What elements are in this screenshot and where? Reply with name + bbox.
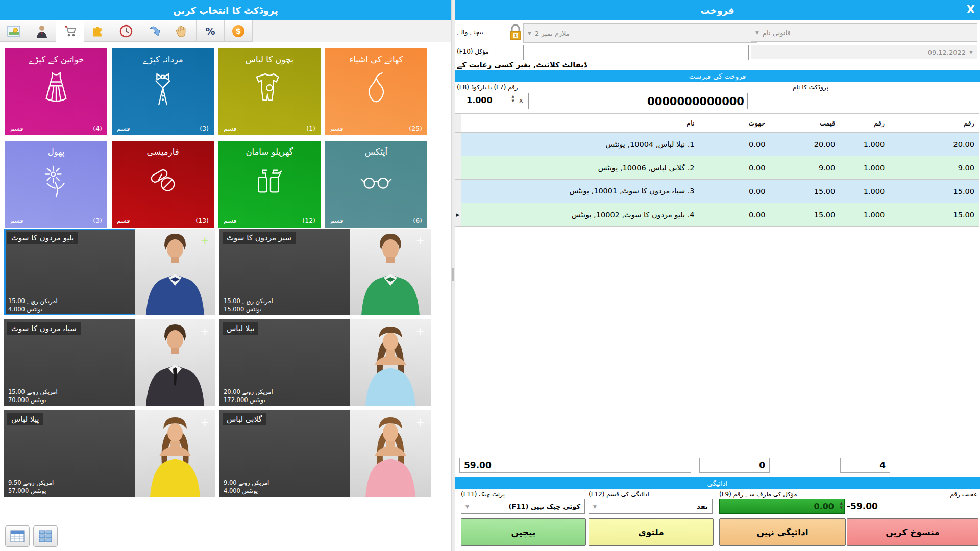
add-product-icon[interactable]: + bbox=[200, 236, 209, 246]
spinner-up-icon[interactable]: ▲ bbox=[512, 95, 514, 98]
customers-tab-button[interactable] bbox=[28, 20, 56, 42]
cell-qty: 1.000 bbox=[840, 156, 890, 179]
tuxedo-icon bbox=[147, 71, 179, 110]
returns-tab-button[interactable] bbox=[140, 20, 168, 42]
cell-price: 9.00 bbox=[770, 156, 840, 179]
legal-name-combo[interactable]: قانونی نام ▼ bbox=[751, 23, 977, 42]
client-label: مؤکل (F10) bbox=[457, 48, 489, 55]
product-stock: یونٹس 15.000 bbox=[224, 306, 261, 313]
seller-combo[interactable]: ملازم نمبر 2 ▼ bbox=[523, 23, 757, 43]
category-tile-household[interactable]: گھریلو سامان قسم(12) bbox=[218, 141, 321, 228]
product-stock: یونٹس 172.000 bbox=[224, 396, 265, 404]
product-stock: یونٹس 70.000 bbox=[8, 396, 46, 404]
print-check-value: کوئی چیک نہیں (F11) bbox=[509, 503, 581, 511]
cart-tab-button[interactable] bbox=[56, 20, 84, 42]
tile-view-icon bbox=[38, 530, 53, 542]
close-icon[interactable]: X bbox=[967, 4, 975, 16]
client-input[interactable] bbox=[523, 45, 749, 60]
table-row[interactable]: ▶ 4. بلیو مردوں کا سوٹ, 10002, یونٹس 0.0… bbox=[455, 203, 979, 227]
column-header-name[interactable]: نام bbox=[461, 114, 697, 132]
clock-icon bbox=[119, 24, 133, 38]
category-tile-flowers[interactable]: پھول قسم(3) bbox=[5, 141, 107, 228]
time-tab-button[interactable] bbox=[112, 20, 140, 42]
chevron-down-icon: ▼ bbox=[465, 504, 469, 509]
column-header-amount[interactable]: رقم bbox=[890, 114, 979, 132]
dress-icon bbox=[40, 71, 72, 110]
spinner-down-icon[interactable]: ▼ bbox=[840, 506, 843, 510]
column-header-discount[interactable]: چھوٹ bbox=[697, 114, 771, 132]
postpone-button[interactable]: ملتوی bbox=[589, 518, 714, 546]
product-title: نیلا لباس bbox=[223, 322, 258, 335]
price-tab-button[interactable]: $ bbox=[225, 20, 253, 42]
category-count: (12) bbox=[302, 217, 315, 224]
print-check-combo[interactable]: ▼ کوئی چیک نہیں (F11) bbox=[461, 499, 585, 514]
table-row[interactable]: 2. گلابی لباس, 10006, یونٹس 0.00 9.00 1.… bbox=[455, 156, 979, 180]
product-stock: یونٹس 4.000 bbox=[224, 487, 258, 494]
pictures-tab-button[interactable] bbox=[0, 20, 28, 42]
total-amount: 59.00 bbox=[464, 460, 492, 470]
table-row[interactable]: 1. نیلا لباس, 10004, یونٹس 0.00 20.00 1.… bbox=[455, 133, 979, 156]
category-count: (13) bbox=[195, 217, 209, 224]
hold-tab-button[interactable] bbox=[168, 20, 197, 42]
category-tag: قسم bbox=[10, 217, 23, 224]
category-tile-womens-clothes[interactable]: خواتین کے کپڑے قسم(4) bbox=[5, 48, 107, 135]
add-product-icon[interactable]: + bbox=[200, 327, 209, 337]
category-tile-mens-clothes[interactable]: مردانہ کپڑے قسم(3) bbox=[112, 48, 214, 135]
current-row-marker: ▶ bbox=[455, 203, 461, 226]
date-field[interactable]: 09.12.2022 ▼ bbox=[751, 45, 977, 59]
tile-view-button[interactable] bbox=[33, 525, 58, 547]
chevron-down-icon: ▼ bbox=[755, 30, 759, 35]
table-view-button[interactable] bbox=[5, 525, 30, 547]
product-tile-pink-dress[interactable]: گلابی لباس + امریکن روپے 9.00 یونٹس 4.00… bbox=[219, 410, 431, 497]
discount-tab-button[interactable]: % bbox=[197, 20, 225, 42]
flower-icon bbox=[40, 163, 72, 202]
category-count: (1) bbox=[306, 124, 315, 132]
product-tile-green-mens-suit[interactable]: سبز مردوں کا سوٹ + امریکن روپے 15.00 یون… bbox=[219, 229, 431, 315]
customer-amount-value: 0.00 bbox=[814, 502, 834, 511]
arrow-icon bbox=[148, 24, 161, 38]
quantity-stepper[interactable]: 1.000 ▲ ▼ bbox=[460, 93, 517, 110]
table-row[interactable]: 3. سیاہ مردوں کا سوٹ, 10001, یونٹس 0.00 … bbox=[455, 180, 979, 203]
pear-icon bbox=[360, 71, 392, 110]
no-payment-button[interactable]: ادائیگی نہیں bbox=[719, 518, 846, 546]
print-check-label: پرنٹ چیک (F11) bbox=[461, 491, 505, 498]
barcode-input[interactable]: 0000000000000 bbox=[528, 93, 748, 109]
plugins-tab-button[interactable] bbox=[84, 20, 112, 42]
cancel-button[interactable]: منسوخ کریں bbox=[847, 518, 978, 546]
payment-type-combo[interactable]: ▼ نقد bbox=[589, 499, 713, 514]
add-product-icon[interactable]: + bbox=[415, 417, 425, 428]
add-product-icon[interactable]: + bbox=[415, 236, 425, 246]
lock-button[interactable]: 1 bbox=[509, 23, 522, 42]
spinner-up-icon[interactable]: ▲ bbox=[840, 502, 843, 505]
category-count: (3) bbox=[93, 217, 102, 224]
product-tile-blue-mens-suit[interactable]: بلیو مردوں کا سوٹ + امریکن روپے 15.00 یو… bbox=[4, 229, 215, 315]
product-tile-yellow-dress[interactable]: پیلا لباس + امریکن روپے 9.50 یونٹس 57.00… bbox=[4, 410, 215, 497]
pills-icon bbox=[147, 163, 179, 202]
add-product-icon[interactable]: + bbox=[415, 327, 425, 337]
category-tile-optics[interactable]: آپٹکس قسم(6) bbox=[325, 141, 427, 228]
add-product-icon[interactable]: + bbox=[200, 417, 209, 428]
sell-button[interactable]: بیچیں bbox=[461, 518, 586, 546]
product-tile-black-mens-suit[interactable]: سیاہ مردوں کا سوٹ + امریکن روپے 15.00 یو… bbox=[4, 319, 215, 406]
row-gutter bbox=[455, 133, 461, 156]
view-switcher bbox=[5, 525, 58, 547]
spinner-down-icon[interactable]: ▼ bbox=[512, 99, 514, 103]
cell-qty: 1.000 bbox=[840, 180, 890, 203]
row-gutter bbox=[455, 180, 461, 203]
category-tag: قسم bbox=[117, 217, 130, 224]
column-header-qty[interactable]: رقم bbox=[840, 114, 890, 132]
product-stock: یونٹس 4.000 bbox=[8, 306, 42, 313]
legal-name-placeholder: قانونی نام bbox=[763, 29, 791, 37]
product-name-input[interactable] bbox=[751, 93, 977, 109]
product-tile-blue-dress[interactable]: نیلا لباس + امریکن روپے 20.00 یونٹس 172.… bbox=[219, 319, 431, 406]
barcode-value: 0000000000000 bbox=[647, 95, 744, 108]
category-tile-food-items[interactable]: کھانے کی اشیاء قسم(25) bbox=[325, 48, 427, 135]
category-tile-pharmacy[interactable]: فارمیسی قسم(13) bbox=[112, 141, 214, 228]
category-tile-kids-clothes[interactable]: بچوں کا لباس قسم(1) bbox=[218, 48, 321, 135]
customer-amount-input[interactable]: 0.00 ▲ ▼ bbox=[719, 499, 845, 514]
total-discount-box: 0 bbox=[699, 458, 770, 473]
column-header-price[interactable]: قیمت bbox=[770, 114, 840, 132]
category-title: فارمیسی bbox=[112, 147, 214, 157]
cell-discount: 0.00 bbox=[697, 203, 771, 226]
person-icon bbox=[36, 24, 48, 38]
